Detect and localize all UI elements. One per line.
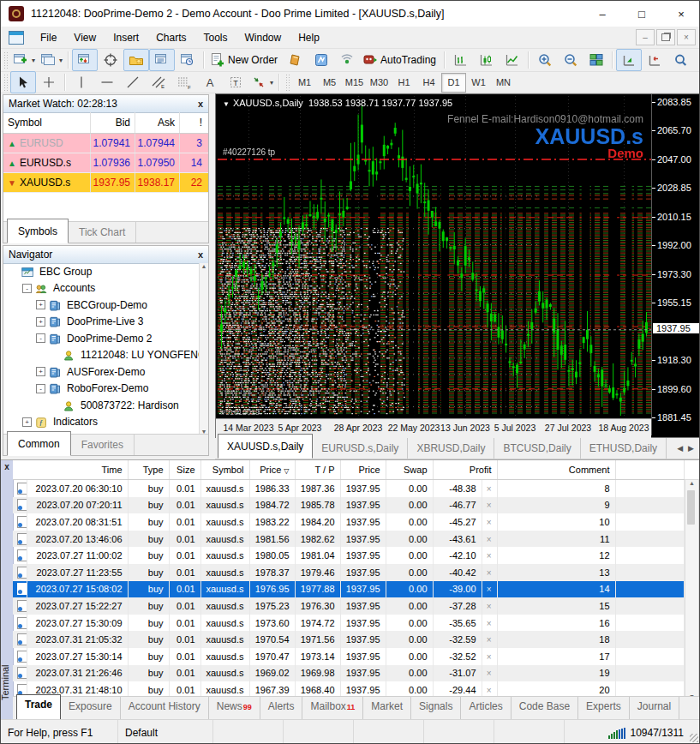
- close-order-icon[interactable]: ×: [482, 665, 497, 682]
- status-profile[interactable]: Default: [118, 720, 213, 744]
- tree-item-ebcgroup-demo[interactable]: +EBCGroup-Demo: [3, 297, 200, 314]
- resize-grip[interactable]: [687, 720, 700, 744]
- candlestick-chart-button[interactable]: [474, 49, 500, 71]
- new-chart-button[interactable]: ▾: [10, 49, 38, 71]
- chart-document-icon[interactable]: [9, 31, 24, 45]
- menu-item-file[interactable]: File: [32, 28, 65, 47]
- periods-button[interactable]: [642, 49, 667, 71]
- profiles-button[interactable]: ▾: [38, 49, 65, 71]
- chart-tab-btcusd-daily[interactable]: BTCUSD,Daily: [494, 438, 580, 459]
- terminal-tab-exposure[interactable]: Exposure: [61, 697, 121, 719]
- column-header-symbol[interactable]: Symbol: [3, 112, 91, 133]
- chart-tab-ethusd-daily[interactable]: ETHUSD,Daily: [581, 438, 667, 459]
- timeframe-w1-button[interactable]: W1: [466, 73, 491, 93]
- close-button[interactable]: ×: [661, 1, 700, 27]
- market-watch-row[interactable]: ▲EURUSD.s1.079361.0795014: [3, 153, 208, 173]
- menu-item-view[interactable]: View: [65, 28, 105, 47]
- collapse-minus-icon[interactable]: -: [36, 333, 45, 343]
- scrollbar-thumb[interactable]: [687, 490, 695, 525]
- timeframe-m5-button[interactable]: M5: [317, 73, 342, 93]
- cursor-tool-button[interactable]: [10, 71, 36, 93]
- close-order-icon[interactable]: ×: [482, 631, 497, 648]
- menu-item-tools[interactable]: Tools: [195, 28, 236, 47]
- price-axis[interactable]: 2083.852065.702047.002028.852010.151992.…: [651, 94, 700, 435]
- scroll-up-icon[interactable]: ▲: [689, 480, 695, 486]
- text-tool-button[interactable]: A: [197, 71, 223, 93]
- new-order-button[interactable]: New Order: [207, 49, 283, 71]
- timeframe-m15-button[interactable]: M15: [342, 73, 367, 93]
- navigator-tab-common[interactable]: Common: [7, 431, 71, 456]
- data-window-button[interactable]: [98, 49, 123, 71]
- column-header-symbol[interactable]: Symbol: [200, 460, 249, 480]
- chart-tab-xauusd-s-daily[interactable]: XAUUSD.s,Daily: [218, 434, 313, 459]
- terminal-tab-articles[interactable]: Articles: [461, 697, 511, 719]
- terminal-tab-experts[interactable]: Experts: [578, 697, 630, 719]
- trade-row[interactable]: 2023.07.20 08:31:51buy0.01xauusd.s1983.2…: [13, 513, 684, 531]
- expand-plus-icon[interactable]: +: [36, 367, 45, 376]
- column-header-price-current[interactable]: Price: [340, 460, 386, 480]
- channel-tool-button[interactable]: E: [146, 71, 171, 93]
- scroll-right-icon[interactable]: ▶: [688, 444, 694, 453]
- market-watch-tab-symbols[interactable]: Symbols: [7, 219, 69, 243]
- market-watch-row[interactable]: ▼XAUUSD.s1937.951938.1722: [3, 173, 208, 193]
- horizontal-line-tool-button[interactable]: [94, 71, 120, 93]
- timeframe-m30-button[interactable]: M30: [367, 73, 392, 93]
- trade-row[interactable]: 2023.07.27 15:22:27buy0.01xauusd.s1975.2…: [13, 597, 684, 615]
- terminal-scrollbar[interactable]: ▲ ▼: [685, 479, 699, 700]
- column-header-[interactable]: !: [180, 112, 206, 133]
- navigator-scrollbar[interactable]: ▲ ▼: [199, 263, 208, 435]
- navigator-button[interactable]: [123, 49, 149, 71]
- child-minimize-button[interactable]: –: [636, 29, 655, 45]
- tree-item-11212048-lu-yongfeng[interactable]: 11212048: LU YONGFENG: [3, 347, 200, 364]
- close-order-icon[interactable]: ×: [482, 497, 497, 514]
- fibonacci-tool-button[interactable]: F: [171, 71, 197, 93]
- terminal-close-icon[interactable]: x: [1, 462, 13, 471]
- tree-item-accounts[interactable]: -Accounts: [3, 280, 200, 297]
- terminal-button[interactable]: [149, 49, 175, 71]
- close-order-icon[interactable]: ×: [482, 615, 497, 632]
- child-restore-button[interactable]: [656, 29, 675, 45]
- market-watch-tab-tick-chart[interactable]: Tick Chart: [69, 221, 136, 243]
- trade-row[interactable]: 2023.07.27 11:00:02buy0.01xauusd.s1980.0…: [13, 547, 684, 564]
- close-order-icon[interactable]: ×: [482, 564, 497, 581]
- tree-item-indicators[interactable]: +fIndicators: [3, 414, 200, 431]
- tree-item-ausforex-demo[interactable]: +AUSForex-Demo: [3, 363, 200, 381]
- minimize-button[interactable]: –: [583, 1, 622, 27]
- child-close-button[interactable]: ×: [677, 29, 696, 45]
- market-watch-button[interactable]: [72, 49, 98, 71]
- column-header-filler[interactable]: [615, 460, 684, 480]
- scroll-up-icon[interactable]: ▲: [201, 263, 207, 269]
- column-header-time[interactable]: Time: [13, 460, 128, 480]
- expand-plus-icon[interactable]: +: [22, 417, 32, 427]
- terminal-tab-mailbox[interactable]: Mailbox11: [302, 697, 363, 719]
- line-chart-button[interactable]: [500, 49, 525, 71]
- close-order-icon[interactable]: ×: [482, 597, 497, 615]
- timeframe-m1-button[interactable]: M1: [292, 73, 317, 93]
- column-header-size[interactable]: Size: [169, 460, 200, 480]
- toolbar-grip[interactable]: [3, 51, 8, 69]
- timeframe-mn-button[interactable]: MN: [491, 73, 516, 93]
- terminal-tab-journal[interactable]: Journal: [630, 697, 679, 719]
- strategy-tester-button[interactable]: [175, 49, 200, 71]
- trade-row[interactable]: 2023.07.20 06:30:10buy0.01xauusd.s1986.3…: [13, 480, 684, 497]
- column-header-ask[interactable]: Ask: [135, 112, 180, 133]
- navigator-tab-favorites[interactable]: Favorites: [71, 434, 135, 455]
- column-header-profit[interactable]: Profit: [433, 460, 497, 480]
- column-header-bid[interactable]: Bid: [91, 112, 135, 133]
- tile-windows-button[interactable]: [583, 49, 609, 71]
- terminal-tab-news[interactable]: News99: [209, 697, 260, 719]
- toolbar-grip[interactable]: [285, 74, 290, 91]
- bar-chart-button[interactable]: [448, 49, 474, 71]
- tree-item-500873722-hardison[interactable]: 500873722: Hardison: [3, 397, 200, 414]
- trade-row[interactable]: 2023.07.31 21:26:46buy0.01xauusd.s1969.0…: [13, 665, 684, 682]
- expand-plus-icon[interactable]: +: [36, 300, 45, 309]
- timeframe-h4-button[interactable]: H4: [416, 73, 441, 93]
- trade-row[interactable]: 2023.07.20 13:46:06buy0.01xauusd.s1981.5…: [13, 531, 684, 548]
- market-watch-close-icon[interactable]: x: [198, 99, 203, 109]
- collapse-minus-icon[interactable]: -: [36, 384, 45, 393]
- tree-item-dooprime-demo-2[interactable]: -DooPrime-Demo 2: [3, 330, 200, 347]
- zoom-out-button[interactable]: [558, 49, 583, 71]
- terminal-tab-signals[interactable]: Signals: [411, 697, 461, 719]
- trendline-tool-button[interactable]: [120, 71, 146, 93]
- history-center-button[interactable]: [283, 49, 308, 71]
